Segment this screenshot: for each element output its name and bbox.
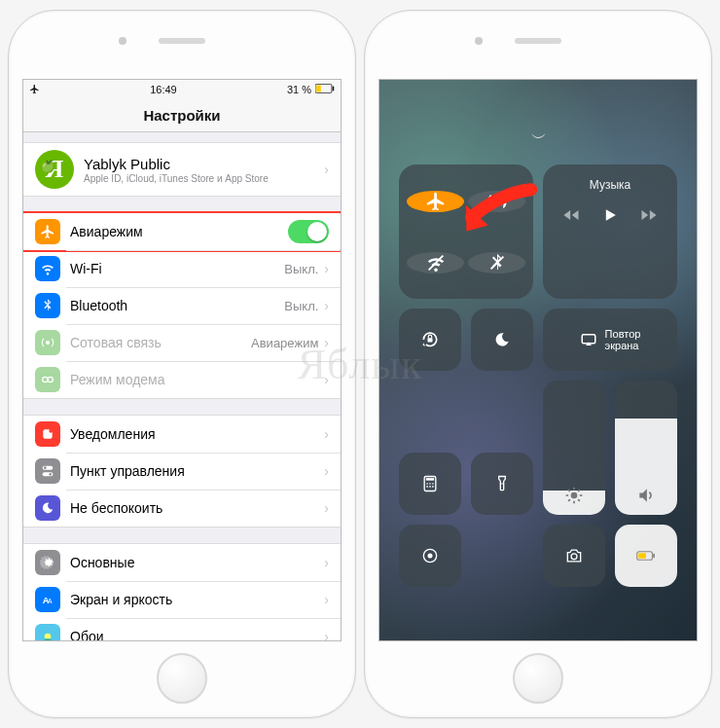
front-camera — [475, 37, 483, 45]
svg-rect-19 — [428, 338, 433, 342]
svg-line-28 — [568, 499, 570, 501]
display-label: Экран и яркость — [70, 592, 324, 607]
music-module[interactable]: Музыка — [543, 164, 677, 299]
display-row[interactable]: AA Экран и яркость › — [23, 581, 341, 618]
page-title: Настройки — [23, 99, 341, 132]
svg-point-21 — [571, 492, 578, 499]
orientation-lock-button[interactable] — [399, 309, 461, 371]
wifi-icon — [35, 256, 60, 281]
wallpaper-label: Обои — [70, 629, 324, 641]
avatar: Я 🍏 — [35, 150, 74, 189]
home-button[interactable] — [513, 653, 563, 704]
speaker-grille — [159, 38, 205, 44]
svg-point-4 — [43, 377, 48, 382]
status-bar: 16:49 31 % — [23, 80, 341, 99]
control-center-screen: ︶ Музыка — [378, 79, 698, 641]
volume-slider[interactable] — [615, 381, 677, 515]
svg-point-33 — [429, 483, 431, 485]
svg-point-41 — [571, 554, 577, 560]
screen-record-button[interactable] — [399, 525, 461, 587]
chevron-right-icon: › — [324, 426, 329, 442]
airplane-label: Авиарежим — [70, 224, 288, 239]
cellular-row[interactable]: Сотовая связь Авиарежим › — [23, 324, 341, 361]
screen-mirroring-button[interactable]: Повтор экрана — [543, 309, 677, 371]
chevron-right-icon: › — [324, 335, 329, 350]
svg-point-3 — [46, 341, 50, 345]
cellular-label: Сотовая связь — [70, 335, 251, 350]
next-track-icon[interactable] — [639, 205, 659, 228]
svg-point-7 — [49, 429, 53, 433]
mirroring-label: Повтор экрана — [605, 328, 641, 351]
bluetooth-label: Bluetooth — [70, 298, 284, 313]
camera-button[interactable] — [543, 525, 605, 587]
brightness-slider[interactable] — [543, 381, 605, 515]
wifi-value: Выкл. — [284, 262, 318, 276]
calculator-button[interactable] — [399, 453, 461, 515]
dnd-button[interactable] — [471, 309, 533, 371]
speaker-grille — [515, 38, 561, 44]
low-power-mode-button[interactable] — [615, 525, 677, 587]
airplane-icon — [35, 219, 60, 244]
phone-left: 16:49 31 % Настройки Я 🍏 Yablyk Public A… — [8, 10, 356, 718]
svg-rect-43 — [638, 553, 646, 559]
control-center-row[interactable]: Пункт управления › — [23, 453, 341, 490]
svg-point-38 — [501, 483, 503, 485]
airplane-toggle[interactable] — [407, 191, 464, 212]
chevron-right-icon: › — [324, 162, 329, 177]
svg-point-16 — [495, 200, 499, 203]
svg-point-11 — [49, 473, 52, 476]
svg-point-37 — [432, 486, 434, 488]
svg-point-10 — [44, 466, 47, 469]
flashlight-button[interactable] — [471, 453, 533, 515]
svg-rect-1 — [316, 86, 321, 92]
general-row[interactable]: Основные › — [23, 544, 341, 581]
cc-grid: Музыка Повтор экрана — [399, 164, 677, 587]
settings-screen: 16:49 31 % Настройки Я 🍏 Yablyk Public A… — [22, 79, 342, 641]
chevron-right-icon: › — [324, 555, 329, 570]
airplane-status-icon — [29, 84, 40, 96]
svg-point-40 — [428, 554, 433, 559]
account-row[interactable]: Я 🍏 Yablyk Public Apple ID, iCloud, iTun… — [23, 143, 341, 196]
chevron-right-icon: › — [324, 298, 329, 313]
connectivity-module[interactable] — [399, 164, 533, 299]
home-button[interactable] — [157, 653, 207, 704]
chevron-right-icon: › — [324, 500, 329, 516]
bluetooth-value: Выкл. — [284, 299, 318, 313]
hotspot-label: Режим модема — [70, 372, 324, 387]
control-center-label: Пункт управления — [70, 463, 324, 479]
account-name: Yablyk Public — [84, 156, 324, 172]
hotspot-icon — [35, 367, 60, 392]
chevron-right-icon: › — [324, 592, 329, 607]
chevron-right-icon: › — [324, 629, 329, 641]
wifi-toggle[interactable] — [407, 252, 464, 273]
play-icon[interactable] — [600, 205, 620, 228]
airplane-switch[interactable] — [288, 220, 329, 243]
bluetooth-toggle[interactable] — [468, 252, 525, 273]
notifications-label: Уведомления — [70, 426, 324, 442]
dnd-icon — [35, 495, 60, 521]
bluetooth-row[interactable]: Bluetooth Выкл. › — [23, 287, 341, 324]
dnd-label: Не беспокоить — [70, 500, 324, 516]
dnd-row[interactable]: Не беспокоить › — [23, 490, 341, 527]
svg-line-29 — [578, 490, 580, 491]
svg-rect-2 — [333, 87, 335, 91]
notifications-row[interactable]: Уведомления › — [23, 416, 341, 453]
svg-line-26 — [568, 490, 570, 491]
cellular-toggle[interactable] — [468, 191, 525, 212]
chevron-right-icon: › — [324, 463, 329, 479]
airplane-row[interactable]: Авиарежим — [23, 213, 341, 250]
grabber-icon[interactable]: ︶ — [531, 128, 545, 149]
svg-text:A: A — [48, 598, 53, 604]
cellular-icon — [35, 330, 60, 355]
svg-line-27 — [578, 499, 580, 501]
svg-point-34 — [432, 483, 434, 485]
hotspot-row[interactable]: Режим модема › — [23, 361, 341, 398]
wifi-row[interactable]: Wi-Fi Выкл. › — [23, 250, 341, 287]
notifications-icon — [35, 421, 60, 447]
account-section: Я 🍏 Yablyk Public Apple ID, iCloud, iTun… — [23, 142, 341, 197]
gear-icon — [35, 550, 60, 575]
connectivity-section: Авиарежим Wi-Fi Выкл. › Bluetooth Выкл. … — [23, 212, 341, 399]
chevron-right-icon: › — [324, 372, 329, 387]
wallpaper-row[interactable]: Обои › — [23, 618, 341, 641]
prev-track-icon[interactable] — [561, 205, 581, 228]
